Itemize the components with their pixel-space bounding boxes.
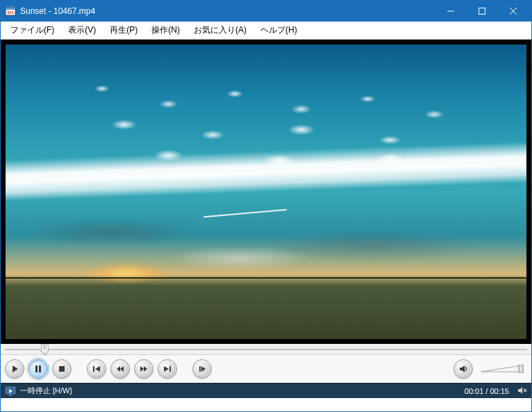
menu-file[interactable]: ファイル(F) — [3, 22, 61, 38]
skip-back-button[interactable] — [87, 359, 106, 379]
svg-rect-19 — [93, 366, 94, 372]
svg-marker-22 — [120, 366, 124, 372]
menu-play[interactable]: 再生(P) — [103, 22, 144, 38]
svg-marker-11 — [41, 344, 49, 355]
stop-button[interactable] — [52, 359, 72, 379]
video-frame — [6, 44, 526, 339]
volume-slider[interactable] — [481, 365, 524, 373]
svg-rect-31 — [519, 365, 523, 373]
svg-marker-23 — [140, 366, 144, 372]
statusbar: 一時停止 [H/W] 00:01 / 00:15 — [1, 383, 531, 398]
menu-favorites[interactable]: お気に入り(A) — [187, 22, 253, 38]
app-icon: 321 — [5, 6, 16, 17]
play-button[interactable] — [5, 359, 24, 379]
video-area[interactable] — [1, 40, 531, 344]
menu-navigate[interactable]: 操作(N) — [144, 22, 187, 38]
svg-rect-27 — [199, 366, 201, 372]
svg-rect-2 — [7, 6, 8, 8]
svg-rect-17 — [39, 365, 41, 372]
volume-mute-icon[interactable] — [517, 386, 527, 397]
svg-text:321: 321 — [7, 10, 15, 15]
svg-marker-35 — [518, 387, 522, 394]
svg-rect-5 — [13, 6, 15, 8]
menubar: ファイル(F) 表示(V) 再生(P) 操作(N) お気に入り(A) ヘルプ(H… — [1, 22, 531, 40]
menu-view[interactable]: 表示(V) — [61, 22, 103, 38]
status-text: 一時停止 [H/W] — [20, 386, 460, 396]
svg-rect-4 — [11, 6, 13, 8]
svg-marker-25 — [164, 366, 169, 372]
fast-forward-button[interactable] — [134, 359, 153, 379]
svg-marker-15 — [13, 365, 18, 372]
svg-marker-21 — [117, 366, 120, 372]
titlebar: 321 Sunset - 10467.mp4 — [1, 1, 531, 22]
svg-rect-26 — [169, 366, 171, 372]
pause-button[interactable] — [28, 359, 48, 379]
status-monitor-icon — [5, 386, 16, 397]
svg-marker-30 — [481, 365, 522, 372]
seek-thumb[interactable] — [41, 344, 49, 355]
seekbar[interactable] — [1, 344, 531, 355]
svg-marker-29 — [460, 365, 465, 372]
rewind-button[interactable] — [110, 359, 130, 379]
playback-toolbar — [1, 355, 531, 383]
svg-marker-24 — [144, 366, 147, 372]
step-frame-button[interactable] — [192, 359, 212, 379]
svg-rect-16 — [35, 365, 38, 372]
svg-rect-8 — [479, 8, 485, 15]
window-controls — [435, 1, 529, 21]
svg-rect-3 — [9, 6, 10, 8]
window-title: Sunset - 10467.mp4 — [20, 6, 435, 16]
svg-marker-20 — [95, 366, 100, 372]
skip-forward-button[interactable] — [158, 359, 177, 379]
mute-button[interactable] — [454, 359, 473, 379]
menu-help[interactable]: ヘルプ(H) — [253, 22, 304, 38]
seek-track — [5, 349, 527, 350]
svg-marker-28 — [201, 366, 206, 372]
minimize-button[interactable] — [435, 1, 466, 21]
svg-rect-34 — [9, 395, 12, 396]
maximize-button[interactable] — [466, 1, 497, 21]
status-time: 00:01 / 00:15 — [465, 387, 509, 395]
close-button[interactable] — [497, 1, 529, 21]
svg-rect-18 — [59, 366, 65, 372]
